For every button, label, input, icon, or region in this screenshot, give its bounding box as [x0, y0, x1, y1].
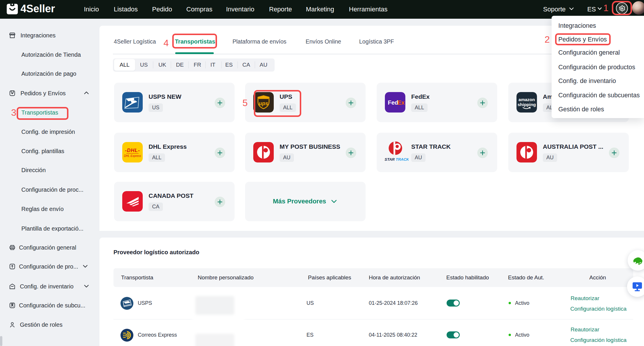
svg-text:Ex: Ex: [397, 99, 404, 106]
svg-text:-DHL-: -DHL-: [125, 148, 140, 153]
svg-text:Fed: Fed: [388, 99, 398, 106]
svg-text:STAR: STAR: [385, 157, 395, 162]
svg-text:amazon: amazon: [519, 97, 535, 102]
svg-text:DHL Express: DHL Express: [124, 154, 141, 158]
svg-text:TRACK: TRACK: [396, 157, 409, 162]
svg-text:shipping: shipping: [518, 102, 536, 107]
